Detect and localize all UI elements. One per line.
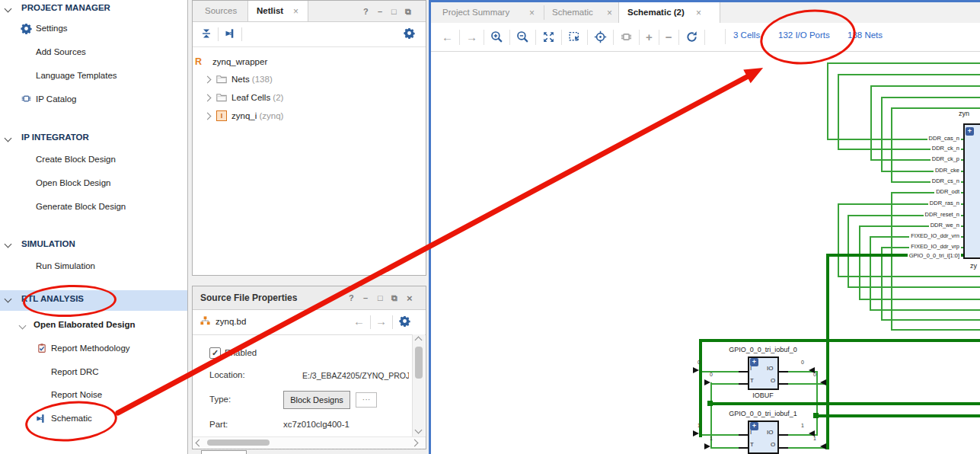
schematic-port-label[interactable]: DDR_cke (934, 167, 961, 174)
sidebar-item-ip-catalog[interactable]: IP Catalog (36, 94, 77, 104)
sidebar-item-language-templates[interactable]: Language Templates (36, 71, 117, 80)
schematic-icon[interactable] (224, 27, 236, 40)
close-icon[interactable]: × (607, 8, 612, 18)
section-simulation[interactable]: SIMULATION (21, 239, 75, 248)
collapse-all-icon[interactable] (200, 27, 212, 40)
sidebar-item-settings[interactable]: Settings (36, 24, 68, 33)
net-index-label: 1 (813, 436, 816, 441)
schematic-port-label[interactable]: DDR_we_n (929, 222, 961, 229)
part-value: xc7z010clg400-1 (283, 420, 350, 429)
scroll-up-icon[interactable] (415, 337, 423, 344)
scroll-left-icon[interactable] (196, 440, 203, 447)
ellipsis-button[interactable]: ··· (356, 392, 377, 408)
zoom-in-icon[interactable] (490, 30, 503, 43)
sidebar-item-open-block-design[interactable]: Open Block Design (36, 178, 110, 187)
schematic-port-label[interactable]: DDR_odt (934, 188, 961, 195)
float-icon[interactable]: ⧉ (391, 293, 397, 303)
wire (891, 107, 892, 182)
tab-project-summary[interactable]: Project Summary (442, 8, 509, 17)
chevron-right-icon[interactable] (204, 94, 212, 102)
autofit-selection-icon[interactable] (594, 30, 607, 43)
tree-item-zynq-i[interactable]: zynq_i (zynq) (231, 111, 283, 120)
schematic-port-label[interactable]: DDR_ck_p (931, 155, 961, 162)
forward-arrow-icon[interactable]: → (375, 315, 387, 328)
close-icon[interactable]: × (407, 293, 413, 304)
sidebar-item-report-methodology[interactable]: Report Methodology (51, 344, 130, 353)
chevron-right-icon[interactable] (204, 113, 212, 120)
schematic-canvas[interactable]: zyn + zy DDR_cas_nDDR_ck_nDDR_ck_pDDR_ck… (431, 52, 980, 454)
float-icon[interactable]: ⧉ (405, 7, 411, 17)
chevron-down-icon[interactable] (5, 241, 12, 248)
tab-schematic-2[interactable]: Schematic (2) (627, 8, 685, 17)
type-value-button[interactable]: Block Designs (283, 391, 350, 409)
sidebar-item-generate-block-design[interactable]: Generate Block Design (36, 202, 126, 211)
scrollbar-thumb[interactable] (415, 347, 423, 379)
back-arrow-icon[interactable]: ← (353, 315, 365, 328)
netlist-panel: Sources Netlist × ? – □ ⧉ R zynq_wrapper… (192, 0, 426, 276)
help-icon[interactable]: ? (349, 293, 354, 302)
schematic-tabbar: Project Summary × Schematic × Schematic … (431, 2, 980, 24)
sidebar-item-report-drc[interactable]: Report DRC (51, 367, 99, 376)
wire (838, 74, 980, 75)
zoom-fit-icon[interactable] (542, 30, 555, 43)
schematic-port-label[interactable]: DDR_reset_n (924, 211, 961, 218)
back-arrow-icon[interactable]: ← (442, 31, 453, 43)
chevron-right-icon[interactable] (204, 76, 212, 84)
zynq-block[interactable] (963, 123, 980, 259)
net-index-label: 0 (697, 360, 701, 365)
panel-splitter[interactable] (192, 449, 425, 449)
tab-schematic[interactable]: Schematic (552, 8, 593, 17)
wire (838, 203, 839, 277)
maximize-icon[interactable]: □ (378, 293, 383, 302)
expand-block-icon[interactable]: + (750, 358, 758, 366)
forward-arrow-icon[interactable]: → (466, 31, 477, 43)
help-icon[interactable]: ? (363, 7, 369, 16)
schematic-port-label[interactable]: DDR_cs_n (931, 177, 961, 184)
minimize-icon[interactable]: – (378, 7, 382, 16)
schematic-port-label[interactable]: GPIO_0_0_tri_i[1:0] (908, 252, 961, 259)
schematic-port-label[interactable]: DDR_ck_n (931, 145, 961, 152)
schematic-port-label[interactable]: DDR_ras_n (928, 200, 961, 206)
maximize-icon[interactable]: □ (391, 7, 397, 16)
schematic-port-label[interactable]: FIXED_IO_ddr_vrp (909, 243, 961, 250)
minimize-icon[interactable]: – (363, 293, 368, 302)
sidebar-item-report-noise[interactable]: Report Noise (51, 390, 102, 399)
tree-item-root[interactable]: zynq_wrapper (212, 57, 267, 66)
scroll-right-icon[interactable] (411, 440, 419, 447)
close-icon[interactable]: × (293, 6, 298, 17)
regenerate-icon[interactable] (685, 30, 698, 43)
pin-label: T (750, 441, 754, 448)
wire (881, 97, 980, 98)
leaf-cells-count: (2) (273, 93, 283, 102)
horizontal-scrollbar[interactable] (193, 436, 426, 449)
close-icon[interactable]: × (529, 8, 535, 18)
schematic-port-label[interactable]: DDR_cas_n (927, 135, 961, 142)
tab-sources[interactable]: Sources (205, 6, 237, 15)
gear-icon[interactable] (404, 27, 415, 39)
chevron-down-icon[interactable] (19, 322, 27, 330)
location-value: E:/3_EBAZ4205/ZYNQ_PROJE (302, 371, 409, 380)
section-project-manager[interactable]: PROJECT MANAGER (21, 3, 110, 12)
expand-block-icon[interactable]: + (750, 422, 758, 430)
scroll-down-icon[interactable] (415, 427, 423, 434)
zoom-out-icon[interactable] (516, 30, 529, 43)
expand-block-icon[interactable]: + (966, 127, 974, 136)
gear-icon[interactable] (399, 315, 410, 327)
schematic-port-label[interactable]: FIXED_IO_ddr_vrn (909, 232, 961, 239)
pin-label: O (771, 377, 775, 384)
tab-netlist[interactable]: Netlist (257, 6, 283, 15)
zoom-selection-icon[interactable] (568, 30, 581, 43)
sidebar-item-run-simulation[interactable]: Run Simulation (36, 261, 95, 270)
stat-cells[interactable]: 3 Cells (733, 30, 760, 40)
tree-item-nets[interactable]: Nets (138) (231, 75, 273, 84)
chevron-down-icon[interactable] (5, 135, 12, 142)
chevron-down-icon[interactable] (5, 5, 12, 13)
sidebar-item-open-elaborated-design[interactable]: Open Elaborated Design (34, 320, 136, 329)
vertical-scrollbar[interactable] (412, 334, 425, 436)
sidebar-item-create-block-design[interactable]: Create Block Design (36, 155, 116, 164)
close-icon[interactable]: × (696, 8, 701, 18)
tree-item-leaf-cells[interactable]: Leaf Cells (2) (231, 93, 283, 102)
scrollbar-thumb[interactable] (207, 440, 270, 446)
section-ip-integrator[interactable]: IP INTEGRATOR (21, 133, 89, 142)
sidebar-item-add-sources[interactable]: Add Sources (36, 47, 86, 56)
